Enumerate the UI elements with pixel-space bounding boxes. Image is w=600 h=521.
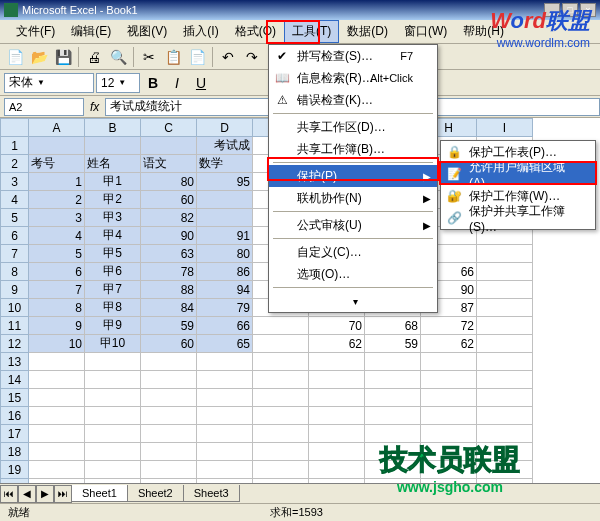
cell[interactable] bbox=[141, 443, 197, 461]
cell[interactable] bbox=[141, 425, 197, 443]
row-header[interactable]: 17 bbox=[1, 425, 29, 443]
cell[interactable]: 考试成 bbox=[197, 137, 253, 155]
cell[interactable] bbox=[29, 389, 85, 407]
menu-item[interactable]: 保护(P)▶ bbox=[269, 165, 437, 187]
cell[interactable] bbox=[477, 263, 533, 281]
tab-nav-next[interactable]: ▶ bbox=[36, 485, 54, 503]
row-header[interactable]: 4 bbox=[1, 191, 29, 209]
col-header[interactable]: A bbox=[29, 119, 85, 137]
menu-item[interactable]: 联机协作(N)▶ bbox=[269, 187, 437, 209]
cell[interactable] bbox=[421, 425, 477, 443]
row-header[interactable]: 9 bbox=[1, 281, 29, 299]
cell[interactable] bbox=[253, 353, 309, 371]
cell[interactable]: 59 bbox=[141, 317, 197, 335]
submenu-item[interactable]: 📝允许用户编辑区域(A)… bbox=[441, 163, 595, 185]
row-header[interactable]: 6 bbox=[1, 227, 29, 245]
cell[interactable] bbox=[85, 461, 141, 479]
cell[interactable] bbox=[253, 389, 309, 407]
menu-item[interactable]: 自定义(C)… bbox=[269, 241, 437, 263]
cut-button[interactable]: ✂ bbox=[138, 46, 160, 68]
paste-button[interactable]: 📄 bbox=[186, 46, 208, 68]
cell[interactable] bbox=[197, 461, 253, 479]
sheet-tab[interactable]: Sheet3 bbox=[183, 485, 240, 502]
cell[interactable] bbox=[85, 353, 141, 371]
save-button[interactable]: 💾 bbox=[52, 46, 74, 68]
cell[interactable] bbox=[253, 407, 309, 425]
cell[interactable]: 60 bbox=[141, 191, 197, 209]
cell[interactable]: 7 bbox=[29, 281, 85, 299]
cell[interactable] bbox=[477, 371, 533, 389]
cell[interactable]: 3 bbox=[29, 209, 85, 227]
row-header[interactable]: 1 bbox=[1, 137, 29, 155]
cell[interactable]: 94 bbox=[197, 281, 253, 299]
cell[interactable] bbox=[197, 407, 253, 425]
cell[interactable]: 甲7 bbox=[85, 281, 141, 299]
cell[interactable] bbox=[477, 389, 533, 407]
cell[interactable] bbox=[141, 353, 197, 371]
cell[interactable] bbox=[197, 209, 253, 227]
preview-button[interactable]: 🔍 bbox=[107, 46, 129, 68]
row-header[interactable]: 7 bbox=[1, 245, 29, 263]
cell[interactable] bbox=[309, 461, 365, 479]
cell[interactable] bbox=[365, 389, 421, 407]
menu-item[interactable]: ✔拼写检查(S)…F7 bbox=[269, 45, 437, 67]
cell[interactable]: 甲1 bbox=[85, 173, 141, 191]
cell[interactable] bbox=[421, 371, 477, 389]
cell[interactable] bbox=[85, 389, 141, 407]
cell[interactable]: 62 bbox=[309, 335, 365, 353]
cell[interactable]: 甲2 bbox=[85, 191, 141, 209]
tab-nav-last[interactable]: ⏭ bbox=[54, 485, 72, 503]
cell[interactable] bbox=[477, 281, 533, 299]
cell[interactable] bbox=[85, 443, 141, 461]
cell[interactable]: 78 bbox=[141, 263, 197, 281]
cell[interactable]: 63 bbox=[141, 245, 197, 263]
cell[interactable]: 84 bbox=[141, 299, 197, 317]
tab-nav-prev[interactable]: ◀ bbox=[18, 485, 36, 503]
row-header[interactable]: 11 bbox=[1, 317, 29, 335]
cell[interactable] bbox=[421, 353, 477, 371]
cell[interactable] bbox=[365, 407, 421, 425]
cell[interactable] bbox=[421, 389, 477, 407]
row-header[interactable]: 19 bbox=[1, 461, 29, 479]
cell[interactable]: 5 bbox=[29, 245, 85, 263]
cell[interactable]: 82 bbox=[141, 209, 197, 227]
cell[interactable] bbox=[197, 191, 253, 209]
menu-item[interactable]: 📖信息检索(R)…Alt+Click bbox=[269, 67, 437, 89]
cell[interactable] bbox=[141, 407, 197, 425]
menu-5[interactable]: 工具(T) bbox=[284, 20, 339, 43]
row-header[interactable]: 18 bbox=[1, 443, 29, 461]
print-button[interactable]: 🖨 bbox=[83, 46, 105, 68]
cell[interactable]: 8 bbox=[29, 299, 85, 317]
cell[interactable]: 甲3 bbox=[85, 209, 141, 227]
sheet-tab[interactable]: Sheet2 bbox=[127, 485, 184, 502]
cell[interactable]: 66 bbox=[197, 317, 253, 335]
cell[interactable] bbox=[85, 425, 141, 443]
row-header[interactable]: 3 bbox=[1, 173, 29, 191]
menu-item[interactable]: 选项(O)… bbox=[269, 263, 437, 285]
cell[interactable]: 9 bbox=[29, 317, 85, 335]
row-header[interactable]: 8 bbox=[1, 263, 29, 281]
cell[interactable]: 考号 bbox=[29, 155, 85, 173]
cell[interactable]: 甲8 bbox=[85, 299, 141, 317]
copy-button[interactable]: 📋 bbox=[162, 46, 184, 68]
cell[interactable] bbox=[309, 425, 365, 443]
menu-6[interactable]: 数据(D) bbox=[339, 20, 396, 43]
cell[interactable] bbox=[197, 425, 253, 443]
cell[interactable] bbox=[197, 389, 253, 407]
cell[interactable] bbox=[253, 461, 309, 479]
cell[interactable]: 86 bbox=[197, 263, 253, 281]
menu-item[interactable]: 共享工作区(D)… bbox=[269, 116, 437, 138]
cell[interactable] bbox=[477, 353, 533, 371]
cell[interactable] bbox=[29, 461, 85, 479]
cell[interactable] bbox=[477, 245, 533, 263]
cell[interactable]: 甲5 bbox=[85, 245, 141, 263]
cell[interactable] bbox=[477, 317, 533, 335]
cell[interactable]: 65 bbox=[197, 335, 253, 353]
cell[interactable]: 甲9 bbox=[85, 317, 141, 335]
cell[interactable] bbox=[309, 389, 365, 407]
cell[interactable] bbox=[85, 371, 141, 389]
cell[interactable]: 90 bbox=[141, 227, 197, 245]
cell[interactable] bbox=[141, 461, 197, 479]
cell[interactable] bbox=[29, 443, 85, 461]
open-button[interactable]: 📂 bbox=[28, 46, 50, 68]
